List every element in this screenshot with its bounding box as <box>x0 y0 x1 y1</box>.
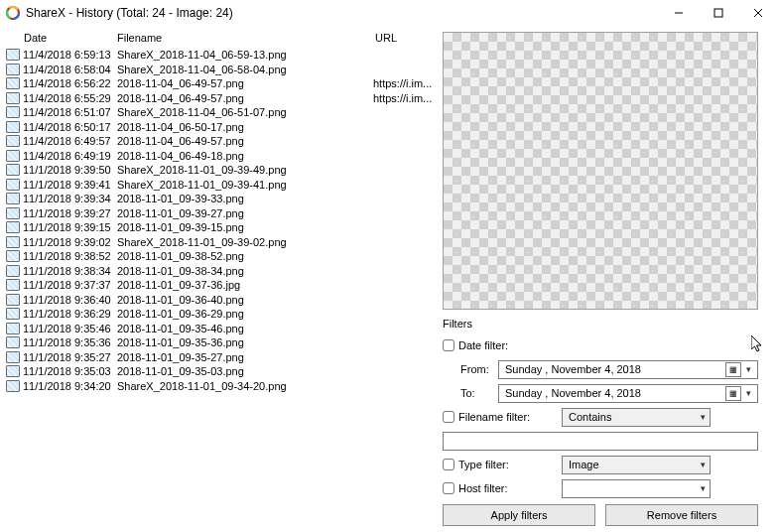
image-icon <box>6 121 20 133</box>
cell-filename: ShareX_2018-11-01_09-34-20.png <box>117 380 373 392</box>
cell-date: 11/1/2018 9:38:52 <box>23 250 117 262</box>
cell-date: 11/4/2018 6:49:57 <box>23 135 117 147</box>
column-headers[interactable]: Date Filename URL <box>6 30 439 48</box>
calendar-icon[interactable]: ▦ <box>725 362 741 377</box>
chevron-down-icon[interactable]: ▾ <box>741 364 755 374</box>
table-row[interactable]: 11/1/2018 9:38:522018-11-01_09-38-52.png <box>6 249 439 264</box>
image-icon <box>6 77 20 89</box>
table-row[interactable]: 11/1/2018 9:38:342018-11-01_09-38-34.png <box>6 264 439 279</box>
filename-filter-label[interactable]: Filename filter: <box>443 411 562 423</box>
table-row[interactable]: 11/1/2018 9:35:032018-11-01_09-35-03.png <box>6 364 439 379</box>
from-label: From: <box>443 363 498 375</box>
maximize-button[interactable] <box>699 0 738 26</box>
cell-filename: 2018-11-01_09-38-52.png <box>117 250 373 262</box>
cell-filename: ShareX_2018-11-01_09-39-02.png <box>117 236 373 248</box>
table-row[interactable]: 11/4/2018 6:49:572018-11-04_06-49-57.png <box>6 134 439 149</box>
cell-filename: 2018-11-01_09-39-27.png <box>117 207 373 219</box>
cell-filename: 2018-11-01_09-37-36.jpg <box>117 279 373 291</box>
table-row[interactable]: 11/1/2018 9:39:02ShareX_2018-11-01_09-39… <box>6 235 439 250</box>
image-icon <box>6 336 20 348</box>
filename-filter-input[interactable] <box>443 432 758 451</box>
table-row[interactable]: 11/4/2018 6:50:172018-11-04_06-50-17.png <box>6 120 439 135</box>
table-row[interactable]: 11/1/2018 9:39:272018-11-01_09-39-27.png <box>6 206 439 221</box>
table-row[interactable]: 11/1/2018 9:39:152018-11-01_09-39-15.png <box>6 220 439 235</box>
from-date-picker[interactable]: Sunday , November 4, 2018 ▦ ▾ <box>498 360 758 379</box>
table-row[interactable]: 11/1/2018 9:35:272018-11-01_09-35-27.png <box>6 350 439 365</box>
to-date-picker[interactable]: Sunday , November 4, 2018 ▦ ▾ <box>498 384 758 403</box>
cell-filename: 2018-11-01_09-36-29.png <box>117 308 373 320</box>
cell-date: 11/1/2018 9:35:46 <box>23 323 117 334</box>
host-filter-combo[interactable]: ▾ <box>562 479 711 498</box>
cell-date: 11/1/2018 9:39:41 <box>23 179 117 191</box>
date-filter-label[interactable]: Date filter: <box>443 339 562 351</box>
minimize-button[interactable] <box>659 0 699 26</box>
image-icon <box>6 179 20 191</box>
image-icon <box>6 49 20 61</box>
column-header-url[interactable]: URL <box>375 32 439 44</box>
close-button[interactable] <box>738 0 778 26</box>
date-filter-checkbox[interactable] <box>443 339 454 351</box>
table-row[interactable]: 11/4/2018 6:49:192018-11-04_06-49-18.png <box>6 149 439 164</box>
cell-filename: 2018-11-01_09-39-15.png <box>117 221 373 233</box>
cell-filename: 2018-11-01_09-35-36.png <box>117 336 373 348</box>
table-row[interactable]: 11/4/2018 6:56:222018-11-04_06-49-57.png… <box>6 76 439 91</box>
cell-filename: 2018-11-01_09-36-40.png <box>117 294 373 306</box>
cell-date: 11/4/2018 6:59:13 <box>23 49 117 61</box>
cell-filename: 2018-11-01_09-35-46.png <box>117 323 373 334</box>
calendar-icon[interactable]: ▦ <box>725 386 741 401</box>
cell-filename: ShareX_2018-11-01_09-39-49.png <box>117 164 373 176</box>
cell-date: 11/1/2018 9:36:29 <box>23 308 117 320</box>
image-icon <box>6 294 20 306</box>
image-icon <box>6 150 20 162</box>
image-icon <box>6 323 20 334</box>
image-icon <box>6 380 20 392</box>
cell-date: 11/1/2018 9:37:37 <box>23 279 117 291</box>
table-row[interactable]: 11/4/2018 6:59:13ShareX_2018-11-04_06-59… <box>6 48 439 63</box>
remove-filters-button[interactable]: Remove filters <box>605 504 758 526</box>
app-icon <box>6 6 20 20</box>
host-filter-label[interactable]: Host filter: <box>443 482 562 494</box>
chevron-down-icon: ▾ <box>701 460 706 469</box>
table-row[interactable]: 11/1/2018 9:34:20ShareX_2018-11-01_09-34… <box>6 379 439 394</box>
cell-filename: ShareX_2018-11-01_09-39-41.png <box>117 179 373 191</box>
table-row[interactable]: 11/4/2018 6:51:07ShareX_2018-11-04_06-51… <box>6 105 439 120</box>
cell-filename: ShareX_2018-11-04_06-58-04.png <box>117 64 373 75</box>
table-row[interactable]: 11/1/2018 9:35:362018-11-01_09-35-36.png <box>6 335 439 350</box>
cell-date: 11/1/2018 9:35:36 <box>23 336 117 348</box>
cell-filename: 2018-11-04_06-49-57.png <box>117 77 373 89</box>
table-row[interactable]: 11/1/2018 9:36:292018-11-01_09-36-29.png <box>6 307 439 322</box>
table-row[interactable]: 11/1/2018 9:36:402018-11-01_09-36-40.png <box>6 293 439 308</box>
table-row[interactable]: 11/1/2018 9:39:41ShareX_2018-11-01_09-39… <box>6 178 439 193</box>
cell-filename: 2018-11-04_06-49-57.png <box>117 92 373 104</box>
type-filter-combo[interactable]: Image ▾ <box>562 456 711 474</box>
preview-pane <box>443 32 758 310</box>
chevron-down-icon: ▾ <box>701 412 706 422</box>
cell-url: https://i.im... <box>373 92 439 104</box>
chevron-down-icon[interactable]: ▾ <box>741 388 755 398</box>
table-row[interactable]: 11/4/2018 6:58:04ShareX_2018-11-04_06-58… <box>6 63 439 77</box>
table-row[interactable]: 11/1/2018 9:39:50ShareX_2018-11-01_09-39… <box>6 163 439 178</box>
cell-date: 11/1/2018 9:36:40 <box>23 294 117 306</box>
cell-filename: 2018-11-04_06-50-17.png <box>117 121 373 133</box>
type-filter-label[interactable]: Type filter: <box>443 459 562 470</box>
type-filter-checkbox[interactable] <box>443 459 454 470</box>
host-filter-checkbox[interactable] <box>443 482 454 494</box>
column-header-filename[interactable]: Filename <box>117 32 375 44</box>
cell-date: 11/4/2018 6:49:19 <box>23 150 117 162</box>
cell-filename: 2018-11-01_09-35-03.png <box>117 365 373 377</box>
filters-panel: Filters Date filter: From: Sunday , Nove… <box>443 318 758 526</box>
image-icon <box>6 308 20 320</box>
image-icon <box>6 365 20 377</box>
apply-filters-button[interactable]: Apply filters <box>443 504 595 526</box>
table-row[interactable]: 11/1/2018 9:39:342018-11-01_09-39-33.png <box>6 192 439 206</box>
table-row[interactable]: 11/1/2018 9:35:462018-11-01_09-35-46.png <box>6 322 439 336</box>
image-icon <box>6 135 20 147</box>
filename-filter-checkbox[interactable] <box>443 411 454 423</box>
table-row[interactable]: 11/4/2018 6:55:292018-11-04_06-49-57.png… <box>6 91 439 106</box>
cell-filename: ShareX_2018-11-04_06-59-13.png <box>117 49 373 61</box>
chevron-down-icon: ▾ <box>701 483 706 493</box>
cell-date: 11/1/2018 9:34:20 <box>23 380 117 392</box>
column-header-date[interactable]: Date <box>24 32 117 44</box>
table-row[interactable]: 11/1/2018 9:37:372018-11-01_09-37-36.jpg <box>6 278 439 293</box>
filename-mode-combo[interactable]: Contains ▾ <box>562 408 711 427</box>
